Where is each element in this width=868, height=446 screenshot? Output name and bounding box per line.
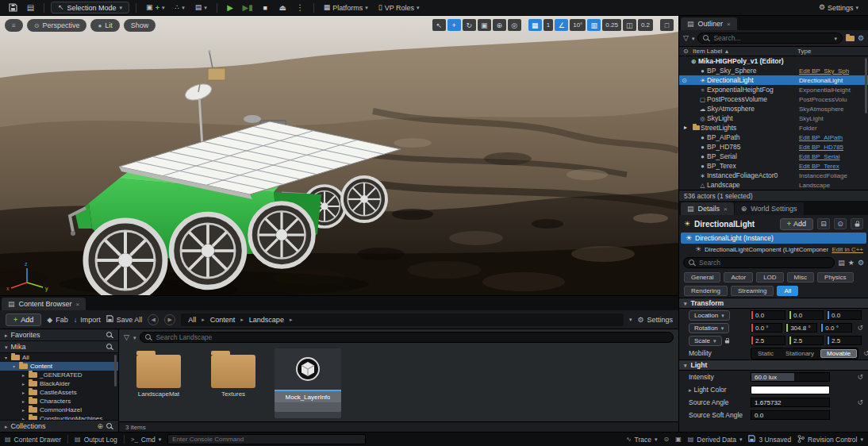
console-input[interactable] [172,436,361,443]
star-icon[interactable]: ★ [848,259,855,267]
cmd-dropdown[interactable]: >_ Cmd ▾ [131,436,162,444]
gear-icon[interactable]: ⚙ [858,34,864,42]
scale-dropdown[interactable]: Scale▾ [689,336,722,346]
scale-x-field[interactable]: 2.5 [751,336,785,345]
edit-blueprint-link[interactable]: Edit BP_HD785 [799,144,866,151]
import-button[interactable]: ↓ Import [74,316,101,324]
expand-arrow-icon[interactable]: ▸ [21,416,26,420]
vp-roles-dropdown[interactable]: ▯ VP Roles ▾ [375,2,423,13]
platforms-dropdown[interactable]: ▦ Platforms ▾ [321,2,371,13]
outliner-row[interactable]: ☁ SkyAtmosphere SkyAtmosphere [679,104,868,113]
chip-lod[interactable]: LOD [756,272,783,283]
location-x-field[interactable]: 0.0 [751,310,785,320]
scale-z-field[interactable]: 2.5 [827,336,862,345]
lit-dropdown[interactable]: ● Lit [90,19,119,32]
outliner-row[interactable]: ● BP_Sky_Sphere Edit BP_Sky_Sph [679,66,868,75]
tree-item-blackalder[interactable]: ▸ BlackAlder [0,379,118,388]
tree-item-generated[interactable]: ▸ _GENERATED [0,371,118,379]
unsaved-button[interactable]: 3 Unsaved [748,435,791,444]
close-icon[interactable]: × [727,21,731,28]
chip-actor[interactable]: Actor [724,272,753,283]
blueprints-dropdown[interactable]: ∴ ▾ [171,2,187,13]
outliner-row[interactable]: ≈ ExponentialHeightFog ExponentialHeight [679,85,868,94]
gear-icon[interactable]: ⚙ [858,259,864,267]
chip-rendering[interactable]: Rendering [684,286,728,296]
rotation-snap-value[interactable]: 10° [570,19,586,31]
type-column[interactable]: Type [797,48,864,55]
rotation-dropdown[interactable]: Rotation▾ [689,323,729,333]
chip-physics[interactable]: Physics [817,272,854,283]
lock-icon[interactable] [851,218,863,229]
settings-dropdown[interactable]: ⚙ Settings ▾ [816,2,862,13]
favorites-section[interactable]: ▸ Favorites [0,329,118,341]
tab-world-settings[interactable]: ⊕ World Settings [735,202,804,215]
back-button[interactable]: ◀ [148,314,159,325]
derived-data-dropdown[interactable]: ▤ Derived Data ▾ [688,436,743,444]
outliner-row[interactable]: ◎ SkyLight SkyLight [679,113,868,123]
outliner-row-selected[interactable]: ⊙ ☀ DirectionalLight DirectionalLight [679,75,868,85]
search-icon[interactable] [106,332,113,339]
edit-blueprint-link[interactable]: Edit BP_AIPath [799,134,866,141]
mobility-static-option[interactable]: Static [752,349,779,358]
browse-content-icon[interactable]: ▤ [24,2,37,13]
filter-icon[interactable]: ▽ [124,333,129,341]
edit-in-cpp-link[interactable]: Edit in C++ [832,246,863,253]
outliner-row[interactable]: ● BP_Serial Edit BP_Serial [679,152,868,161]
tree-item-content[interactable]: ▾ Content [0,362,118,371]
scale-lock-icon[interactable] [724,340,728,344]
search-icon[interactable] [106,344,113,351]
tree-item-characters[interactable]: ▸ Characters [0,397,118,406]
trace-dropdown[interactable]: ∿ Trace ▾ [626,436,658,444]
outliner-search-input[interactable] [713,34,831,42]
select-tool-button[interactable]: ↖ [432,19,446,31]
forward-button[interactable]: ▶ [164,314,175,325]
world-coordinate-button[interactable]: ⊕ [493,19,506,31]
location-dropdown[interactable]: Location▾ [689,310,730,321]
rotate-tool-button[interactable]: ↻ [463,19,476,31]
folder-tile-landscapemat[interactable]: LandscapeMat [125,348,192,418]
mobility-movable-option[interactable]: Movable [820,349,857,358]
visibility-column-icon[interactable]: ⊙ [683,48,693,55]
blueprint-hierarchy-icon[interactable]: ⊟ [817,218,830,229]
rotation-y-field[interactable]: 304.8 ° [785,323,817,333]
reset-icon[interactable]: ↺ [857,398,863,406]
collections-section[interactable]: ▸ Collections ⊕ [0,420,118,432]
skip-frame-button[interactable]: ▶▮ [241,2,255,13]
filter-icon[interactable]: ▽ [683,34,689,42]
content-drawer-button[interactable]: ▤ Content Drawer [5,436,61,444]
tree-scrollbar[interactable] [114,355,117,386]
grid-snap-button[interactable]: ▦ [528,19,542,31]
outliner-row[interactable]: △ Landscape Landscape [679,180,868,190]
display-options-icon[interactable]: ▤ [838,259,845,267]
maximize-viewport-button[interactable]: □ [660,19,674,31]
scale-tool-button[interactable]: ▣ [478,19,491,31]
asset-search-input[interactable] [156,333,668,341]
expand-arrow-icon[interactable]: ▸ [21,390,26,395]
show-dropdown[interactable]: Show [124,19,156,32]
reset-icon[interactable]: ↺ [857,324,863,332]
content-browser-settings-button[interactable]: ⚙ Settings [637,316,673,324]
expand-arrow-icon[interactable]: ▸ [684,125,692,131]
close-icon[interactable]: × [724,206,728,213]
collapse-arrow-icon[interactable]: ▾ [3,355,9,360]
breadcrumb-all[interactable]: All [188,316,196,324]
tab-outliner[interactable]: ▤ Outliner × [681,17,737,30]
asset-tile-layerinfo[interactable]: Mock_LayerInfo [275,348,341,418]
add-component-button[interactable]: + Add [780,218,813,230]
collapse-arrow-icon[interactable]: ▾ [11,363,17,369]
expand-arrow-icon[interactable]: ▸ [689,387,692,393]
location-z-field[interactable]: 0.0 [827,310,862,320]
output-log-button[interactable]: ▤ Output Log [75,436,117,444]
outliner-row[interactable]: ▢ PostProcessVolume PostProcessVolu [679,94,868,104]
camera-speed-value[interactable]: 0.2 [638,19,653,31]
grid-snap-value[interactable]: 1 [543,19,553,31]
component-row[interactable]: ☀ DirectionalLightComponent (LightCompon… [679,244,868,255]
insights-icon[interactable]: ⊙ [664,436,670,443]
details-search-box[interactable] [683,257,835,268]
eye-icon[interactable]: ⊙ [682,77,689,84]
light-section-header[interactable]: ▾ Light [679,359,868,371]
outliner-scrollbar[interactable] [865,58,867,113]
chip-all[interactable]: All [777,286,798,296]
expand-arrow-icon[interactable]: ▸ [21,381,26,386]
messages-icon[interactable]: ▣ [675,436,682,443]
